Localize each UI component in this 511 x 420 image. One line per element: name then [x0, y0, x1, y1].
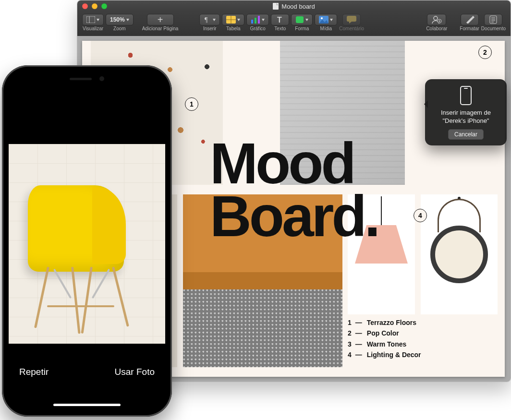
iphone-screen: Repetir Usar Foto [9, 72, 165, 410]
cancel-button[interactable]: Cancelar [448, 129, 484, 140]
zoom-window-button[interactable] [101, 3, 107, 9]
iphone-device: Repetir Usar Foto [2, 65, 172, 417]
plus-icon: + [158, 15, 163, 24]
comment-button[interactable]: Comentário [339, 14, 364, 31]
popover-message: Inserir imagem de "Derek's iPhone" [441, 109, 491, 125]
iphone-notch [46, 72, 128, 85]
titlebar[interactable]: Mood board [77, 0, 511, 12]
svg-rect-0 [86, 16, 95, 23]
chevron-down-icon [213, 19, 216, 21]
svg-rect-10 [296, 16, 304, 23]
chart-label: Gráfico [250, 26, 266, 31]
document-icon [273, 3, 279, 10]
document-title[interactable]: Mood Board. [210, 137, 378, 243]
svg-rect-8 [258, 16, 260, 24]
svg-point-12 [321, 17, 323, 19]
insert-label: Inserir [203, 26, 217, 31]
table-button[interactable]: Tabela [222, 14, 244, 31]
collaborate-button[interactable]: Colaborar [426, 14, 447, 31]
add-page-button[interactable]: + Adicionar Página [142, 14, 179, 31]
captured-photo [9, 144, 165, 344]
title-line-1: Mood [210, 137, 378, 190]
document-label: Documento [481, 26, 506, 31]
chevron-down-icon [262, 19, 265, 21]
svg-rect-7 [255, 18, 256, 24]
svg-point-14 [434, 16, 438, 20]
format-button[interactable]: Formatar [460, 14, 479, 31]
media-button[interactable]: Mídia [315, 14, 337, 31]
text-label: Texto [274, 26, 286, 31]
comment-label: Comentário [339, 26, 364, 31]
view-label: Visualizar [83, 26, 103, 31]
toolbar: Visualizar 150% Zoom + Adicionar Página … [77, 12, 511, 36]
svg-text:¶: ¶ [205, 16, 208, 24]
media-label: Mídia [320, 26, 332, 31]
add-page-label: Adicionar Página [142, 26, 179, 31]
legend-row: 1—Terrazzo Floors [348, 317, 421, 328]
popover-line-1: Inserir imagem de [441, 109, 491, 116]
chevron-down-icon [97, 19, 99, 21]
zoom-button[interactable]: 150% Zoom [106, 14, 134, 31]
callout-4[interactable]: 4 [414, 209, 427, 222]
view-button[interactable]: Visualizar [82, 14, 104, 31]
legend[interactable]: 1—Terrazzo Floors 2—Pop Color 3—Warm Ton… [348, 317, 421, 360]
chevron-down-icon [305, 19, 308, 21]
home-indicator[interactable] [53, 404, 121, 406]
document-button[interactable]: Documento [481, 14, 506, 31]
camera-bottom-bar: Repetir Usar Foto [9, 343, 165, 410]
callout-1[interactable]: 1 [185, 97, 198, 111]
title-line-2: Board. [210, 190, 378, 242]
text-button[interactable]: T Texto [271, 14, 289, 31]
use-photo-button[interactable]: Usar Foto [115, 367, 155, 377]
image-mirror[interactable] [421, 194, 498, 314]
chart-button[interactable]: Gráfico [246, 14, 269, 31]
svg-text:T: T [277, 16, 282, 24]
continuity-camera-popover: Inserir imagem de "Derek's iPhone" Cance… [425, 79, 507, 145]
minimize-window-button[interactable] [92, 3, 97, 9]
svg-rect-13 [347, 16, 356, 22]
legend-row: 4—Lighting & Decor [348, 349, 421, 360]
collaborate-label: Colaborar [426, 26, 447, 31]
retake-button[interactable]: Repetir [19, 367, 49, 377]
iphone-icon [460, 86, 472, 105]
shape-label: Forma [295, 26, 309, 31]
svg-rect-6 [251, 20, 253, 24]
traffic-lights [82, 3, 107, 9]
popover-line-2: "Derek's iPhone" [443, 117, 489, 124]
shape-button[interactable]: Forma [291, 14, 313, 31]
callout-2[interactable]: 2 [478, 46, 492, 59]
legend-row: 2—Pop Color [348, 328, 421, 338]
zoom-value: 150% [110, 16, 125, 23]
legend-row: 3—Warm Tones [348, 339, 421, 349]
zoom-label: Zoom [113, 26, 126, 31]
format-label: Formatar [460, 26, 479, 31]
chevron-down-icon [126, 19, 129, 21]
photo-yellow-chair [28, 185, 138, 334]
close-window-button[interactable] [82, 3, 88, 9]
table-label: Tabela [226, 26, 240, 31]
chevron-down-icon [330, 19, 333, 21]
window-title: Mood board [281, 3, 315, 10]
chevron-down-icon [237, 19, 240, 21]
insert-button[interactable]: ¶ Inserir [199, 14, 220, 31]
svg-rect-18 [490, 16, 497, 24]
